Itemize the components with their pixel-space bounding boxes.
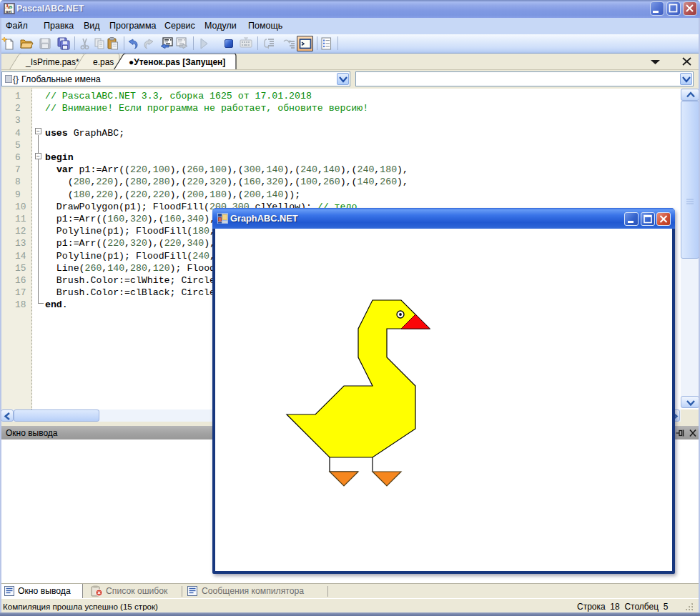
svg-text:e.pas: e.pas <box>93 57 114 67</box>
svg-text:●Утенок.pas [Запущен]: ●Утенок.pas [Запущен] <box>129 57 225 67</box>
svg-text:_IsPrime.pas*: _IsPrime.pas* <box>25 57 79 67</box>
svg-text:net: net <box>6 9 13 14</box>
